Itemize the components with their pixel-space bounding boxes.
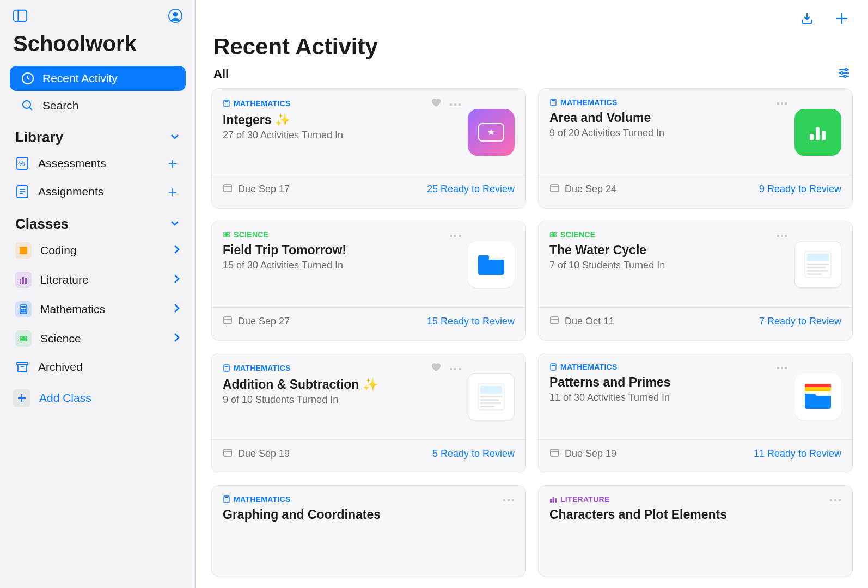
svg-point-99	[785, 367, 787, 369]
filter-label[interactable]: All	[213, 67, 229, 81]
subject-tag[interactable]: MATHEMATICS	[223, 99, 291, 108]
svg-rect-50	[552, 100, 555, 101]
nav-search[interactable]: Search	[10, 93, 186, 118]
sidebar-toggle-icon[interactable]	[13, 9, 27, 23]
add-class-button[interactable]: Add Class	[0, 384, 195, 412]
svg-rect-47	[224, 185, 231, 192]
section-library-header[interactable]: Library	[0, 119, 195, 149]
more-icon[interactable]	[776, 362, 788, 372]
favorite-icon[interactable]	[431, 97, 442, 109]
svg-point-59	[226, 234, 228, 236]
card-footer: Due Sep 19 5 Ready to Review	[212, 439, 525, 468]
more-icon[interactable]	[449, 99, 461, 108]
subject-tag[interactable]: MATHEMATICS	[549, 363, 618, 371]
subject-tag[interactable]: MATHEMATICS	[549, 98, 618, 107]
svg-point-63	[454, 235, 456, 237]
profile-icon[interactable]	[168, 9, 182, 23]
page-title: Recent Activity	[196, 27, 868, 66]
more-icon[interactable]	[776, 230, 788, 240]
activity-card[interactable]: SCIENCE The Water Cycle 7 of 10 Students…	[538, 220, 853, 341]
svg-point-19	[21, 309, 22, 310]
add-assessment-button[interactable]: ＋	[165, 156, 180, 171]
card-footer: Due Sep 17 25 Ready to Review	[212, 175, 525, 203]
subject-label: SCIENCE	[234, 230, 268, 239]
archived-item[interactable]: Archived	[0, 353, 195, 381]
card-subtitle: 9 of 20 Activities Turned In	[549, 127, 788, 139]
card-title: Area and Volume	[549, 111, 788, 125]
subject-tag[interactable]: SCIENCE	[223, 230, 268, 239]
sidebar: Schoolwork Recent Activity Search Librar…	[0, 0, 196, 588]
svg-rect-95	[551, 364, 556, 370]
more-icon[interactable]	[449, 363, 461, 373]
library-item-assessments[interactable]: % Assessments ＋	[0, 149, 195, 177]
card-subtitle: 27 of 30 Activities Turned In	[223, 130, 461, 141]
download-button[interactable]	[798, 10, 816, 27]
svg-rect-54	[810, 134, 814, 140]
ready-to-review-link[interactable]: 15 Ready to Review	[427, 316, 515, 327]
ready-to-review-link[interactable]: 9 Ready to Review	[759, 183, 841, 195]
svg-rect-109	[550, 499, 552, 503]
svg-point-85	[454, 368, 456, 370]
more-icon[interactable]	[503, 494, 515, 504]
subject-tag[interactable]: MATHEMATICS	[223, 495, 291, 504]
svg-rect-75	[807, 254, 829, 261]
more-icon[interactable]	[449, 230, 461, 240]
ready-to-review-link[interactable]: 11 Ready to Review	[754, 448, 841, 460]
svg-rect-83	[225, 366, 228, 367]
favorite-icon[interactable]	[431, 362, 442, 374]
svg-point-22	[21, 311, 22, 312]
due-date: Due Sep 27	[238, 316, 290, 327]
svg-point-36	[845, 69, 847, 71]
class-item-mathematics[interactable]: Mathematics	[0, 295, 195, 324]
activity-card[interactable]: MATHEMATICS Patterns and Primes 11 of 30…	[538, 353, 853, 473]
ready-to-review-link[interactable]: 25 Ready to Review	[427, 183, 515, 195]
ready-to-review-link[interactable]: 7 Ready to Review	[759, 316, 841, 327]
activity-card[interactable]: MATHEMATICS Graphing and Coordinates	[211, 485, 526, 577]
ready-to-review-link[interactable]: 5 Ready to Review	[432, 448, 515, 460]
activity-card[interactable]: LITERATURE Characters and Plot Elements	[538, 485, 853, 577]
svg-rect-65	[478, 255, 489, 260]
svg-rect-57	[551, 185, 558, 192]
svg-point-3	[173, 12, 178, 16]
calendar-icon	[223, 315, 233, 328]
chevron-right-icon	[173, 303, 180, 316]
more-icon[interactable]	[776, 97, 788, 107]
due-date: Due Sep 17	[238, 183, 290, 195]
library-item-label: Assessments	[38, 157, 106, 170]
card-title: Integers ✨	[223, 113, 461, 127]
class-item-coding[interactable]: Coding	[0, 236, 195, 265]
library-item-assignments[interactable]: Assignments ＋	[0, 177, 195, 206]
class-label: Mathematics	[40, 303, 105, 316]
more-icon[interactable]	[829, 494, 841, 504]
class-item-science[interactable]: Science	[0, 324, 195, 353]
activity-card[interactable]: MATHEMATICS Addition & Subtraction ✨ 9 o…	[211, 353, 526, 473]
subject-label: MATHEMATICS	[234, 364, 291, 372]
class-icon	[15, 330, 32, 347]
subject-tag[interactable]: LITERATURE	[549, 495, 610, 504]
svg-point-53	[785, 102, 787, 105]
svg-rect-78	[807, 270, 828, 272]
svg-text:%: %	[19, 160, 25, 167]
activity-card[interactable]: MATHEMATICS Integers ✨ 27 of 30 Activiti…	[211, 88, 526, 209]
svg-rect-14	[20, 279, 21, 284]
svg-rect-102	[551, 449, 558, 456]
svg-point-45	[459, 103, 461, 106]
activity-card[interactable]: MATHEMATICS Area and Volume 9 of 20 Acti…	[538, 88, 853, 209]
filter-sliders-icon[interactable]	[838, 66, 851, 82]
section-label: Classes	[15, 216, 69, 232]
svg-rect-77	[807, 267, 826, 268]
class-item-literature[interactable]: Literature	[0, 265, 195, 295]
plus-icon	[13, 389, 30, 407]
class-label: Coding	[40, 244, 77, 257]
add-button[interactable]	[833, 10, 851, 27]
nav-recent-activity[interactable]: Recent Activity	[10, 66, 186, 91]
add-assignment-button[interactable]: ＋	[165, 184, 180, 199]
svg-point-86	[459, 368, 461, 370]
card-title: Characters and Plot Elements	[549, 507, 841, 522]
section-classes-header[interactable]: Classes	[0, 206, 195, 236]
svg-point-98	[781, 367, 783, 369]
subject-tag[interactable]: SCIENCE	[549, 230, 595, 239]
svg-point-20	[23, 309, 24, 310]
activity-card[interactable]: SCIENCE Field Trip Tomorrow! 15 of 30 Ac…	[211, 220, 526, 341]
subject-tag[interactable]: MATHEMATICS	[223, 364, 291, 372]
